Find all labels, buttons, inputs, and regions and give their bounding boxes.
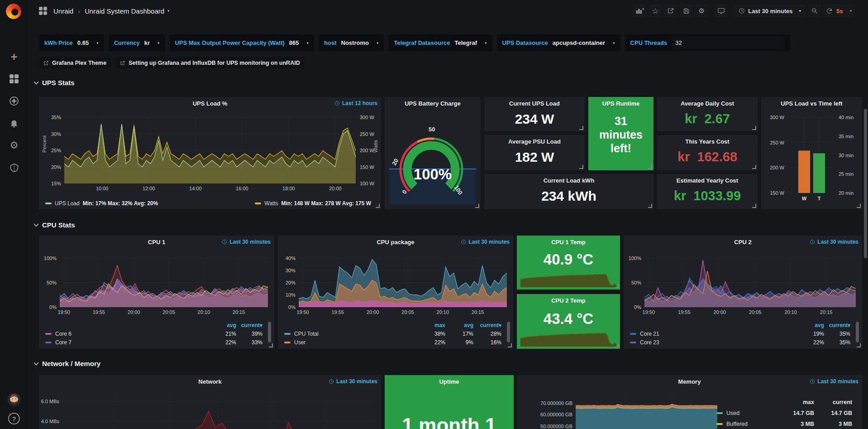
panel-time-badge[interactable]: Last 12 hours xyxy=(334,100,377,106)
panel-title[interactable]: Uptime xyxy=(385,378,514,385)
legend-row[interactable]: Core 7 22%33% xyxy=(45,338,262,347)
chevron-down-icon xyxy=(33,79,38,84)
axis-tick-label: 20:05 xyxy=(401,309,414,315)
grafana-logo-icon[interactable] xyxy=(6,4,21,19)
ups-bars-chart[interactable]: 300 W250 W200 W150 W40 min35 min30 min25… xyxy=(788,117,834,193)
legend-row[interactable]: Core 21 19%35% xyxy=(630,329,850,338)
ups-load-chart[interactable]: 35%30%25%20%15%300 W250 W200 W150 W100 W… xyxy=(64,117,356,183)
chevron-down-icon[interactable]: ▾ xyxy=(167,9,170,13)
link-grafana-plex-theme[interactable]: Grafana Plex Theme xyxy=(39,57,111,68)
panel-cpu2-temp: CPU 2 Temp 43.4 °C xyxy=(517,294,620,349)
panel-time-badge[interactable]: Last 30 minutes xyxy=(810,239,858,245)
stat-value: kr2.67 xyxy=(657,111,758,126)
panel-time-badge[interactable]: Last 30 minutes xyxy=(461,239,510,245)
variable-currency[interactable]: Currencykr▾ xyxy=(109,34,165,51)
cpu2-chart[interactable]: 100%50%0%19:5019:5520:0020:0520:1020:15 xyxy=(644,258,856,307)
axis-tick-label: 16:00 xyxy=(236,186,248,191)
dashboards-icon[interactable] xyxy=(8,73,20,85)
breadcrumb-app[interactable]: Unraid xyxy=(53,7,73,15)
section-cpu-stats[interactable]: CPU Stats xyxy=(34,221,75,229)
panel-title[interactable]: Current Load kWh xyxy=(484,177,653,184)
chart-svg xyxy=(62,393,375,429)
battery-gauge[interactable] xyxy=(385,97,481,209)
chart-svg xyxy=(520,329,616,347)
variable-telegraf-datasource[interactable]: Telegraf DatasourceTelegraf▾ xyxy=(388,34,492,51)
network-chart[interactable]: 6.0 MBs4.0 MBs2.0 MBs xyxy=(62,393,375,429)
section-network-memory[interactable]: Network / Memory xyxy=(34,360,100,367)
panel-title[interactable]: This Years Cost xyxy=(657,138,758,145)
refresh-icon xyxy=(826,8,833,14)
legend-row[interactable]: User 22%9%16% xyxy=(284,338,501,347)
axis-tick-label: 40 min xyxy=(839,115,854,120)
legend-item-ups-load[interactable]: UPS Load Min: 17% Max: 32% Avg: 20% xyxy=(45,200,158,207)
legend-row[interactable]: CPU Total 38%17%28% xyxy=(284,329,501,338)
legend-row[interactable]: Core 23 22%35% xyxy=(630,338,850,347)
help-icon[interactable]: ? xyxy=(8,413,20,424)
cpu1-chart[interactable]: 100%50%0%19:5019:5520:0020:0520:1020:15 xyxy=(60,258,268,307)
panel-title[interactable]: Current UPS Load xyxy=(484,100,585,107)
cpu2-temp-sparkline xyxy=(520,329,616,347)
page-scrollbar[interactable] xyxy=(864,109,867,258)
panel-time-badge[interactable]: Last 30 minutes xyxy=(222,239,271,245)
panel-title[interactable]: CPU 2 Temp xyxy=(517,297,620,304)
explore-compass-icon[interactable] xyxy=(8,95,20,107)
legend-header-row: maxcurrent xyxy=(716,397,852,408)
legend-row[interactable]: Core 6 21%39% xyxy=(45,329,262,338)
variable-ups-datasource[interactable]: UPS Datasourceapcupsd-container▾ xyxy=(497,34,620,51)
section-ups-stats[interactable]: UPS Stats xyxy=(34,79,75,87)
axis-tick-label: 0% xyxy=(634,304,641,310)
panel-title[interactable]: Average Daily Cost xyxy=(657,100,758,107)
template-variables-row: kWh Price0.65▾ Currencykr▾ UPS Max Outpu… xyxy=(39,34,790,51)
legend-row[interactable]: Buffered 3 MB3 MB xyxy=(716,419,852,429)
cpu-package-chart[interactable]: 40%30%20%10%0%19:5019:5520:0020:0520:102… xyxy=(299,258,507,307)
configuration-gear-icon[interactable]: ⚙ xyxy=(8,140,20,151)
dashboard-grid-icon[interactable] xyxy=(39,7,47,15)
panel-time-badge[interactable]: Last 30 minutes xyxy=(810,378,858,385)
legend-row[interactable]: Used 14.7 GB14.7 GB xyxy=(716,408,852,419)
panel-title[interactable]: UPS Load % xyxy=(39,100,381,107)
panel-average-daily-cost: Average Daily Cost kr2.67 xyxy=(657,97,758,131)
panel-time-badge[interactable]: Last 30 minutes xyxy=(329,378,377,385)
zoom-out-button[interactable] xyxy=(808,4,821,18)
clock-icon xyxy=(222,239,227,245)
axis-tick-label: 100% xyxy=(629,255,641,261)
variable-ups-max-output[interactable]: UPS Max Output Power Capacity (Watt)865▾ xyxy=(170,34,314,51)
gauge-tick: 50 xyxy=(429,126,435,133)
axis-tick-label: 10% xyxy=(286,292,296,298)
star-button[interactable]: ☆ xyxy=(649,4,662,18)
axis-tick-label: 20:00 xyxy=(713,309,726,315)
legend-item-watts[interactable]: Watts Min: 148 W Max: 278 W Avg: 175 W xyxy=(255,200,371,207)
page-title[interactable]: Unraid System Dashboard xyxy=(85,7,164,15)
server-admin-shield-icon[interactable] xyxy=(8,162,20,174)
panel-title[interactable]: Average PSU Load xyxy=(484,138,585,145)
user-avatar[interactable] xyxy=(7,393,21,406)
legend: avgcurrent▾ Core 6 21%39% Core 7 22%33% xyxy=(45,321,262,347)
axis-tick-label: 19:55 xyxy=(332,309,344,315)
share-button[interactable] xyxy=(664,4,677,18)
link-ups-monitoring-guide[interactable]: Setting up Grafana and InfluxDB for UPS … xyxy=(115,57,304,68)
stat-value: kr1033.99 xyxy=(657,188,758,203)
external-link-icon xyxy=(43,60,49,66)
legend-header-row: maxavgcurrent▾ xyxy=(284,321,501,329)
tv-kiosk-icon[interactable] xyxy=(714,4,728,18)
axis-tick-label: 35% xyxy=(51,115,61,120)
memory-chart[interactable]: 70.000000 GB60.000000 GB50.000000 GB xyxy=(576,396,717,429)
add-panel-button[interactable] xyxy=(633,4,647,18)
legend-scrollbar[interactable] xyxy=(856,322,859,342)
legend-scrollbar[interactable] xyxy=(268,322,271,342)
variable-host[interactable]: hostNostromo▾ xyxy=(319,34,384,51)
dashboard-settings-gear-icon[interactable]: ⚙ xyxy=(695,4,708,18)
variable-kwh-price[interactable]: kWh Price0.65▾ xyxy=(39,34,104,51)
save-button[interactable] xyxy=(679,4,693,18)
axis-tick-label: 20 min xyxy=(839,190,854,196)
panel-title[interactable]: UPS Load vs Time left xyxy=(761,100,862,107)
panel-title[interactable]: Estimated Yearly Cost xyxy=(657,177,758,184)
alerting-bell-icon[interactable] xyxy=(8,117,20,129)
create-plus-icon[interactable]: + xyxy=(8,51,20,63)
time-range-picker[interactable]: Last 30 minutes ▾ xyxy=(734,4,806,18)
legend-scrollbar[interactable] xyxy=(507,322,510,342)
cpu-threads-input[interactable]: 32 xyxy=(672,36,785,49)
refresh-button[interactable]: 5s ▾ xyxy=(823,4,854,18)
panel-title[interactable]: UPS Runtime xyxy=(588,100,653,107)
panel-title[interactable]: CPU 1 Temp xyxy=(517,239,620,246)
